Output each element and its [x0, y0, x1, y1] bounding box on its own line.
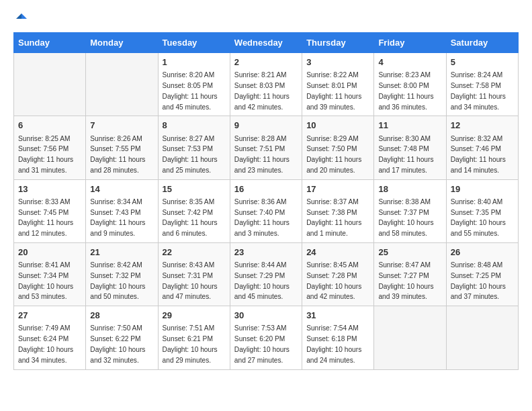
- day-info: Sunrise: 8:47 AM Sunset: 7:27 PM Dayligh…: [378, 261, 433, 300]
- day-number: 6: [18, 120, 81, 132]
- week-row-3: 13Sunrise: 8:33 AM Sunset: 7:45 PM Dayli…: [14, 179, 519, 242]
- day-info: Sunrise: 7:50 AM Sunset: 6:22 PM Dayligh…: [90, 324, 145, 363]
- day-number: 1: [163, 56, 226, 68]
- day-info: Sunrise: 8:48 AM Sunset: 7:25 PM Dayligh…: [451, 261, 506, 300]
- day-number: 19: [451, 183, 514, 195]
- day-number: 22: [163, 246, 226, 259]
- day-cell: 22Sunrise: 8:43 AM Sunset: 7:31 PM Dayli…: [158, 242, 230, 306]
- day-number: 20: [18, 246, 81, 259]
- day-cell: 14Sunrise: 8:34 AM Sunset: 7:43 PM Dayli…: [86, 179, 158, 242]
- day-cell: 13Sunrise: 8:33 AM Sunset: 7:45 PM Dayli…: [14, 179, 86, 242]
- day-info: Sunrise: 8:44 AM Sunset: 7:29 PM Dayligh…: [234, 261, 290, 300]
- day-info: Sunrise: 8:24 AM Sunset: 7:58 PM Dayligh…: [451, 71, 506, 110]
- day-number: 28: [90, 310, 153, 322]
- day-cell: [86, 53, 158, 116]
- day-cell: 17Sunrise: 8:37 AM Sunset: 7:38 PM Dayli…: [302, 179, 374, 242]
- day-cell: 4Sunrise: 8:23 AM Sunset: 8:00 PM Daylig…: [374, 53, 446, 116]
- day-number: 13: [18, 183, 81, 195]
- day-info: Sunrise: 7:53 AM Sunset: 6:20 PM Dayligh…: [234, 324, 290, 363]
- day-info: Sunrise: 8:40 AM Sunset: 7:35 PM Dayligh…: [451, 198, 506, 237]
- day-number: 15: [163, 183, 226, 195]
- logo-flag-icon: [15, 12, 28, 26]
- day-number: 14: [90, 183, 153, 195]
- logo: [13, 13, 28, 26]
- header-day-monday: Monday: [86, 33, 158, 53]
- week-row-5: 27Sunrise: 7:49 AM Sunset: 6:24 PM Dayli…: [14, 306, 519, 369]
- day-number: 17: [306, 183, 369, 195]
- day-cell: [446, 306, 518, 369]
- week-row-4: 20Sunrise: 8:41 AM Sunset: 7:34 PM Dayli…: [14, 242, 519, 306]
- day-cell: 15Sunrise: 8:35 AM Sunset: 7:42 PM Dayli…: [158, 179, 230, 242]
- day-cell: 18Sunrise: 8:38 AM Sunset: 7:37 PM Dayli…: [374, 179, 446, 242]
- day-cell: 31Sunrise: 7:54 AM Sunset: 6:18 PM Dayli…: [302, 306, 374, 369]
- header-day-tuesday: Tuesday: [158, 33, 230, 53]
- day-info: Sunrise: 7:51 AM Sunset: 6:21 PM Dayligh…: [163, 324, 218, 363]
- day-number: 27: [18, 310, 81, 322]
- day-cell: 11Sunrise: 8:30 AM Sunset: 7:48 PM Dayli…: [374, 116, 446, 179]
- day-info: Sunrise: 8:34 AM Sunset: 7:43 PM Dayligh…: [90, 198, 145, 237]
- day-cell: 10Sunrise: 8:29 AM Sunset: 7:50 PM Dayli…: [302, 116, 374, 179]
- day-cell: 30Sunrise: 7:53 AM Sunset: 6:20 PM Dayli…: [230, 306, 302, 369]
- week-row-1: 1Sunrise: 8:20 AM Sunset: 8:05 PM Daylig…: [14, 53, 519, 116]
- day-number: 31: [306, 310, 369, 322]
- day-number: 11: [378, 120, 441, 132]
- day-info: Sunrise: 8:36 AM Sunset: 7:40 PM Dayligh…: [234, 198, 290, 237]
- day-number: 21: [90, 246, 153, 259]
- header-day-thursday: Thursday: [302, 33, 374, 53]
- day-info: Sunrise: 8:38 AM Sunset: 7:37 PM Dayligh…: [378, 198, 433, 237]
- day-info: Sunrise: 8:28 AM Sunset: 7:51 PM Dayligh…: [234, 135, 290, 174]
- day-cell: 21Sunrise: 8:42 AM Sunset: 7:32 PM Dayli…: [86, 242, 158, 306]
- day-cell: 3Sunrise: 8:22 AM Sunset: 8:01 PM Daylig…: [302, 53, 374, 116]
- day-number: 23: [234, 246, 298, 259]
- day-cell: 24Sunrise: 8:45 AM Sunset: 7:28 PM Dayli…: [302, 242, 374, 306]
- header-day-sunday: Sunday: [14, 33, 86, 53]
- day-cell: 7Sunrise: 8:26 AM Sunset: 7:55 PM Daylig…: [86, 116, 158, 179]
- day-cell: 28Sunrise: 7:50 AM Sunset: 6:22 PM Dayli…: [86, 306, 158, 369]
- day-number: 16: [234, 183, 298, 195]
- day-info: Sunrise: 8:21 AM Sunset: 8:03 PM Dayligh…: [234, 71, 290, 110]
- day-number: 10: [306, 120, 369, 132]
- day-number: 30: [234, 310, 298, 322]
- day-number: 3: [306, 56, 369, 68]
- day-cell: 12Sunrise: 8:32 AM Sunset: 7:46 PM Dayli…: [446, 116, 518, 179]
- day-cell: 27Sunrise: 7:49 AM Sunset: 6:24 PM Dayli…: [14, 306, 86, 369]
- header-day-saturday: Saturday: [446, 33, 518, 53]
- header-day-friday: Friday: [374, 33, 446, 53]
- day-info: Sunrise: 8:29 AM Sunset: 7:50 PM Dayligh…: [306, 135, 361, 174]
- day-cell: 16Sunrise: 8:36 AM Sunset: 7:40 PM Dayli…: [230, 179, 302, 242]
- calendar-table: SundayMondayTuesdayWednesdayThursdayFrid…: [13, 32, 519, 370]
- svg-marker-0: [21, 13, 27, 19]
- day-info: Sunrise: 8:35 AM Sunset: 7:42 PM Dayligh…: [163, 198, 218, 237]
- day-number: 29: [163, 310, 226, 322]
- day-info: Sunrise: 8:43 AM Sunset: 7:31 PM Dayligh…: [163, 261, 218, 300]
- day-info: Sunrise: 8:30 AM Sunset: 7:48 PM Dayligh…: [378, 135, 433, 174]
- day-number: 5: [451, 56, 514, 68]
- day-cell: [374, 306, 446, 369]
- day-info: Sunrise: 7:49 AM Sunset: 6:24 PM Dayligh…: [18, 324, 73, 363]
- day-info: Sunrise: 8:41 AM Sunset: 7:34 PM Dayligh…: [18, 261, 73, 300]
- day-cell: 25Sunrise: 8:47 AM Sunset: 7:27 PM Dayli…: [374, 242, 446, 306]
- day-number: 2: [234, 56, 298, 68]
- day-cell: [14, 53, 86, 116]
- day-info: Sunrise: 7:54 AM Sunset: 6:18 PM Dayligh…: [306, 324, 361, 363]
- day-info: Sunrise: 8:27 AM Sunset: 7:53 PM Dayligh…: [163, 135, 218, 174]
- day-cell: 1Sunrise: 8:20 AM Sunset: 8:05 PM Daylig…: [158, 53, 230, 116]
- svg-marker-1: [16, 13, 21, 19]
- day-info: Sunrise: 8:25 AM Sunset: 7:56 PM Dayligh…: [18, 135, 73, 174]
- day-info: Sunrise: 8:42 AM Sunset: 7:32 PM Dayligh…: [90, 261, 145, 300]
- page-header: [13, 13, 519, 26]
- week-row-2: 6Sunrise: 8:25 AM Sunset: 7:56 PM Daylig…: [14, 116, 519, 179]
- day-number: 4: [378, 56, 441, 68]
- day-info: Sunrise: 8:20 AM Sunset: 8:05 PM Dayligh…: [163, 71, 218, 110]
- day-number: 8: [163, 120, 226, 132]
- day-info: Sunrise: 8:33 AM Sunset: 7:45 PM Dayligh…: [18, 198, 73, 237]
- day-cell: 23Sunrise: 8:44 AM Sunset: 7:29 PM Dayli…: [230, 242, 302, 306]
- day-cell: 9Sunrise: 8:28 AM Sunset: 7:51 PM Daylig…: [230, 116, 302, 179]
- day-info: Sunrise: 8:37 AM Sunset: 7:38 PM Dayligh…: [306, 198, 361, 237]
- header-row: SundayMondayTuesdayWednesdayThursdayFrid…: [14, 33, 519, 53]
- header-day-wednesday: Wednesday: [230, 33, 302, 53]
- day-number: 26: [451, 246, 514, 259]
- day-number: 24: [306, 246, 369, 259]
- day-cell: 6Sunrise: 8:25 AM Sunset: 7:56 PM Daylig…: [14, 116, 86, 179]
- day-number: 7: [90, 120, 153, 132]
